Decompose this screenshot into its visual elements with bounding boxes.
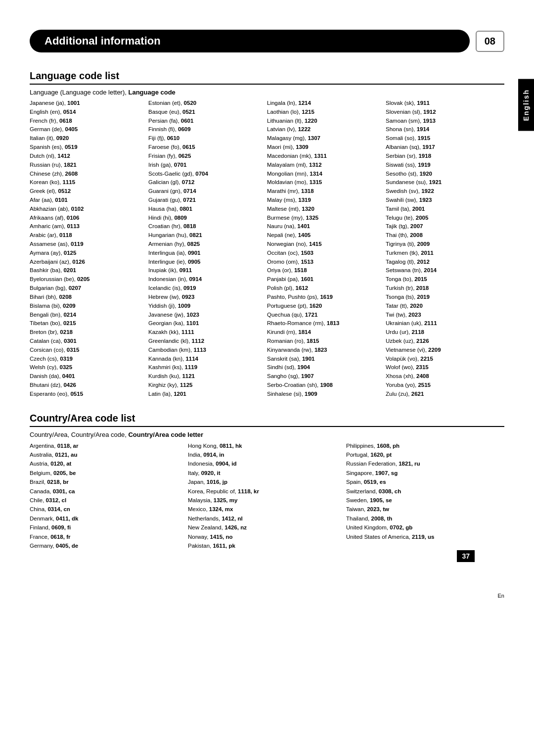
lang-entry: Polish (pl), 1612 (267, 284, 381, 293)
country-entry: Thailand, 2008, th (346, 514, 499, 523)
lang-entry: Hungarian (hu), 0821 (148, 231, 262, 240)
lang-entry: Turkmen (tk), 2011 (386, 249, 499, 258)
lang-entry: Marathi (mr), 1318 (267, 187, 381, 196)
country-entry: Spain, 0519, es (346, 477, 499, 486)
lang-entry: Nepali (ne), 1405 (267, 231, 381, 240)
lang-entry: Norwegian (no), 1415 (267, 240, 381, 249)
lang-entry: Sindhi (sd), 1904 (267, 363, 381, 372)
country-col-2: Hong Kong, 0811, hkIndia, 0914, inIndone… (188, 441, 346, 551)
country-entry: Switzerland, 0308, ch (346, 487, 499, 496)
lang-entry: Xhosa (xh), 2408 (386, 372, 499, 381)
lang-entry: Wolof (wo), 2315 (386, 363, 499, 372)
lang-entry: Faroese (fo), 0615 (148, 143, 262, 152)
country-entry: Russian Federation, 1821, ru (346, 459, 499, 468)
lang-entry: Tigrinya (ti), 2009 (386, 240, 499, 249)
country-entry: Sweden, 1905, se (346, 496, 499, 505)
lang-entry: Yiddish (ji), 1009 (148, 302, 262, 311)
lang-entry: Nauru (na), 1401 (267, 222, 381, 231)
lang-entry: Sanskrit (sa), 1901 (267, 355, 381, 364)
lang-entry: Armenian (hy), 0825 (148, 240, 262, 249)
page-number: 37 (457, 550, 475, 562)
lang-entry: Tatar (tt), 2020 (386, 302, 499, 311)
country-entry: Brazil, 0218, br (30, 477, 183, 486)
country-section-subtitle: Country/Area, Country/Area code, Country… (30, 431, 504, 438)
lang-entry: Lithuanian (lt), 1220 (267, 117, 381, 126)
lang-entry: Tibetan (bo), 0215 (30, 319, 143, 328)
lang-entry: Tagalog (tl), 2012 (386, 258, 499, 267)
lang-entry: Basque (eu), 0521 (148, 108, 262, 117)
lang-entry: Japanese (ja), 1001 (30, 99, 143, 108)
lang-entry: French (fr), 0618 (30, 117, 143, 126)
country-entry: India, 0914, in (188, 450, 341, 459)
country-code-grid: Argentina, 0118, arAustralia, 0121, auAu… (30, 441, 504, 551)
country-entry: Chile, 0312, cl (30, 496, 183, 505)
lang-entry: Kashmiri (ks), 1119 (148, 363, 262, 372)
chapter-header: Additional information 08 (30, 30, 504, 52)
lang-entry: Sesotho (st), 1920 (386, 170, 499, 179)
lang-entry: Somali (so), 1915 (386, 134, 499, 143)
lang-entry: Tamil (ta), 2001 (386, 205, 499, 214)
lang-entry: Cambodian (km), 1113 (148, 346, 262, 355)
lang-entry: Breton (br), 0218 (30, 328, 143, 337)
lang-entry: Serbo-Croatian (sh), 1908 (267, 381, 381, 390)
country-entry: Philippines, 1608, ph (346, 441, 499, 450)
page-lang: En (498, 593, 504, 599)
lang-entry: Kirundi (rn), 1814 (267, 328, 381, 337)
country-entry: Argentina, 0118, ar (30, 441, 183, 450)
lang-entry: English (en), 0514 (30, 108, 143, 117)
country-entry: Norway, 1415, no (188, 532, 341, 541)
country-entry: United Kingdom, 0702, gb (346, 523, 499, 532)
lang-entry: Quechua (qu), 1721 (267, 311, 381, 320)
country-entry: Denmark, 0411, dk (30, 514, 183, 523)
lang-entry: Sinhalese (si), 1909 (267, 390, 381, 399)
lang-entry: Portuguese (pt), 1620 (267, 302, 381, 311)
chapter-title: Additional information (44, 35, 161, 47)
lang-entry: Lingala (ln), 1214 (267, 99, 381, 108)
lang-entry: Kannada (kn), 1114 (148, 355, 262, 364)
lang-entry: Azerbaijani (az), 0126 (30, 258, 143, 267)
country-entry: Finland, 0609, fi (30, 523, 183, 532)
lang-entry: Bashkir (ba), 0201 (30, 266, 143, 275)
lang-entry: Finnish (fi), 0609 (148, 125, 262, 134)
lang-entry: Malayalam (ml), 1312 (267, 161, 381, 170)
lang-entry: Dutch (nl), 1412 (30, 152, 143, 161)
lang-entry: Latvian (lv), 1222 (267, 125, 381, 134)
lang-entry: Slovak (sk), 1911 (386, 99, 499, 108)
lang-entry: Moldavian (mo), 1315 (267, 178, 381, 187)
lang-entry: Aymara (ay), 0125 (30, 249, 143, 258)
lang-entry: Urdu (ur), 2118 (386, 328, 499, 337)
lang-entry: Catalan (ca), 0301 (30, 337, 143, 346)
lang-entry: Interlingua (ia), 0901 (148, 249, 262, 258)
lang-entry: Samoan (sm), 1913 (386, 117, 499, 126)
lang-entry: Croatian (hr), 0818 (148, 222, 262, 231)
lang-entry: Spanish (es), 0519 (30, 143, 143, 152)
lang-entry: Kazakh (kk), 1111 (148, 328, 262, 337)
country-entry: Australia, 0121, au (30, 450, 183, 459)
country-entry: New Zealand, 1426, nz (188, 523, 341, 532)
english-language-tab: English (518, 79, 534, 131)
country-entry: Belgium, 0205, be (30, 469, 183, 477)
lang-entry: Corsican (co), 0315 (30, 346, 143, 355)
lang-entry: Twi (tw), 2023 (386, 311, 499, 320)
lang-entry: Hausa (ha), 0801 (148, 205, 262, 214)
lang-entry: Bhutani (dz), 0426 (30, 381, 143, 390)
lang-entry: Macedonian (mk), 1311 (267, 152, 381, 161)
lang-entry: Czech (cs), 0319 (30, 355, 143, 364)
country-entry: Mexico, 1324, mx (188, 505, 341, 514)
lang-entry: Sundanese (su), 1921 (386, 178, 499, 187)
country-col-1: Argentina, 0118, arAustralia, 0121, auAu… (30, 441, 188, 551)
lang-entry: Afar (aa), 0101 (30, 196, 143, 205)
lang-entry: Abkhazian (ab), 0102 (30, 205, 143, 214)
lang-entry: Chinese (zh), 2608 (30, 170, 143, 179)
country-entry: Portugal, 1620, pt (346, 450, 499, 459)
country-entry: Indonesia, 0904, id (188, 459, 341, 468)
lang-entry: Vietnamese (vi), 2209 (386, 346, 499, 355)
lang-entry: Gujarati (gu), 0721 (148, 196, 262, 205)
country-entry: Malaysia, 1325, my (188, 496, 341, 505)
lang-entry: Galician (gl), 0712 (148, 178, 262, 187)
lang-entry: Scots-Gaelic (gd), 0704 (148, 170, 262, 179)
lang-entry: Bihari (bh), 0208 (30, 293, 143, 302)
country-entry: Italy, 0920, it (188, 469, 341, 477)
lang-col-4: Slovak (sk), 1911Slovenian (sl), 1912Sam… (386, 99, 504, 399)
lang-entry: Georgian (ka), 1101 (148, 319, 262, 328)
